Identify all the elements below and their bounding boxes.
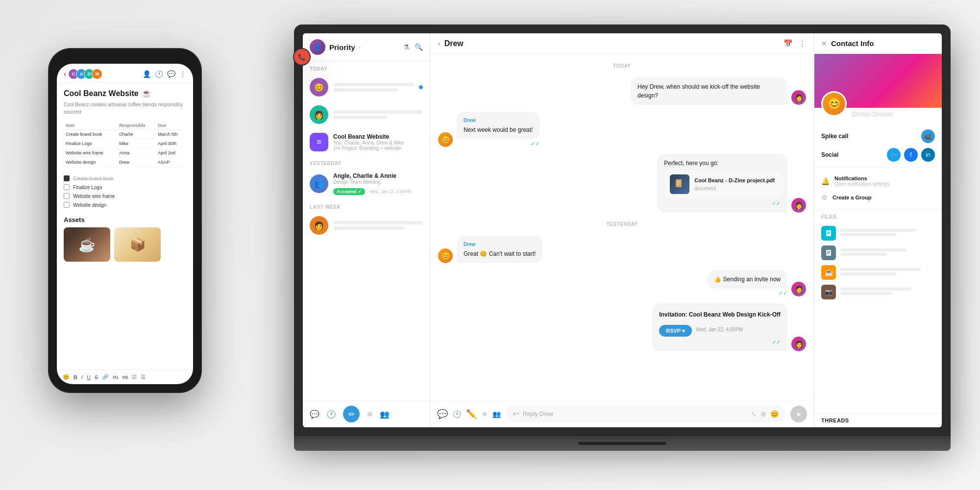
chat-title: Drew	[444, 39, 464, 48]
clock-icon[interactable]: 🕐	[453, 410, 461, 418]
file-bars	[840, 288, 935, 296]
send-button[interactable]: ➤	[790, 406, 807, 422]
rsvp-button[interactable]: RSVP ▾	[659, 325, 692, 337]
conversation-item[interactable]: 🧑	[303, 212, 430, 239]
phone-notch	[105, 57, 145, 60]
snowflake-icon[interactable]: ❄	[367, 410, 373, 419]
checkbox[interactable]	[64, 175, 70, 181]
h2-icon[interactable]: H2	[122, 375, 128, 380]
chat-input-area[interactable]: ↩ Reply Drew ⤡ ⊕ 😊	[506, 405, 785, 422]
event-time: Wed, Jan 22, 4:00PM	[696, 326, 743, 333]
checklist-item[interactable]: Finalize Logo	[64, 183, 186, 192]
file-info: Cool Beanz - D-Zine project.pdf document	[694, 176, 775, 192]
chat-mode-icon[interactable]: 💬	[437, 409, 448, 419]
emoji-icon[interactable]: 😊	[63, 374, 70, 380]
social-label: Social	[821, 151, 838, 158]
checkbox[interactable]	[64, 184, 70, 190]
conv-info: Angle, Charlie & Annie Design Team Meeti…	[333, 172, 423, 195]
link-icon[interactable]: 🔗	[102, 374, 109, 380]
notifications-option[interactable]: 🔔 Notifications Open notification settin…	[821, 172, 935, 190]
more-icon[interactable]: ⋮	[179, 70, 186, 78]
svg-rect-6	[827, 233, 830, 233]
file-attachment[interactable]: Cool Beanz - D-Zine project.pdf document	[664, 171, 781, 198]
col-due: Due	[156, 122, 186, 130]
file-thumb	[670, 174, 689, 194]
svg-rect-9	[827, 251, 830, 252]
checklist-item[interactable]: Website wire frame	[64, 192, 186, 200]
msg-text: Perfect, here you go:	[664, 159, 781, 168]
chat-tab-icon[interactable]: 💬	[310, 410, 319, 419]
expand-icon[interactable]: ⤡	[751, 410, 757, 418]
conversation-item[interactable]: 👩	[303, 101, 430, 128]
strikethrough-icon[interactable]: S	[95, 374, 98, 380]
people-icon[interactable]: 👤	[143, 70, 151, 78]
clock-icon[interactable]: 🕐	[326, 410, 336, 419]
group-avatar: ≡	[310, 133, 328, 151]
chat-input-placeholder[interactable]: Reply Drew	[523, 411, 747, 417]
msg-avatar: 👩	[791, 337, 806, 351]
apps-icon[interactable]: ❄	[482, 410, 488, 418]
chat-header: ‹ Drew 📅 ⋮	[430, 33, 814, 54]
day-label-yesterday: YESTERDAY	[438, 221, 806, 227]
people-icon[interactable]: 👥	[380, 410, 390, 419]
chat-back-button[interactable]: ‹	[438, 40, 441, 48]
message-row: 😊 Drew Next week would be great! ✓✓	[438, 112, 806, 147]
avatar-4: M	[92, 69, 102, 79]
compose-button[interactable]: ✏	[343, 406, 360, 422]
notifications-title: Notifications	[834, 175, 935, 181]
emoji-icon[interactable]: 😊	[770, 410, 779, 418]
conversation-item[interactable]: 😊	[303, 74, 430, 101]
checklist-item[interactable]: Create brand book	[64, 174, 186, 183]
files-title: FILES	[821, 214, 935, 220]
today-label: TODAY	[303, 61, 430, 74]
phone-avatars: C A D M	[71, 69, 102, 79]
checklist-icon[interactable]: ☑	[132, 374, 137, 380]
user-face: 👤	[314, 44, 321, 50]
msg-bubble: Drew Great 😊 Can't wait to start!	[457, 236, 542, 263]
checkbox[interactable]	[64, 202, 70, 208]
read-tick: ✓✓	[457, 141, 539, 147]
filter-icon[interactable]: ⚗	[403, 43, 410, 51]
file-row	[821, 223, 935, 243]
checkbox[interactable]	[64, 193, 70, 199]
file-row	[821, 243, 935, 263]
priority-chevron[interactable]: ›	[359, 45, 361, 50]
event-action-row: RSVP ▾ Wed, Jan 22, 4:00PM	[659, 322, 781, 337]
checklist-item[interactable]: Website design	[64, 200, 186, 209]
conversation-item-design-team[interactable]: 👥 Angle, Charlie & Annie Design Team Mee…	[303, 168, 430, 199]
add-icon[interactable]: ⊕	[760, 410, 766, 418]
edit-icon[interactable]: ✏️	[466, 409, 477, 419]
linkedin-button[interactable]: in	[921, 148, 935, 162]
video-call-button[interactable]: 📹	[921, 129, 935, 143]
conversation-item-coolbeanz[interactable]: ≡ Cool Beanz Website You, Charlie, Anna,…	[303, 128, 430, 156]
conv-preview-lines	[333, 83, 414, 92]
facebook-button[interactable]: f	[904, 148, 918, 162]
create-group-option[interactable]: ⚙ Create a Group	[821, 190, 935, 205]
close-button[interactable]: ✕	[821, 40, 827, 48]
people-icon[interactable]: 👥	[492, 410, 501, 418]
h1-icon[interactable]: H1	[113, 375, 119, 380]
conv-preview-lines	[333, 110, 423, 119]
twitter-button[interactable]: 🐦	[887, 148, 901, 162]
msg-text: Next week would be great!	[464, 125, 533, 134]
contact-email: Drew@CoolBeanz.com	[852, 117, 903, 122]
list-icon[interactable]: ☰	[141, 374, 146, 380]
notifications-subtitle: Open notification settings	[834, 181, 935, 187]
read-tick: ✓✓	[659, 338, 781, 346]
calendar-icon[interactable]: 📅	[784, 39, 793, 48]
msg-avatar: 👩	[791, 90, 806, 105]
italic-icon[interactable]: I	[81, 374, 83, 380]
social-row: Social 🐦 f in	[821, 148, 935, 162]
more-options-icon[interactable]: ⋮	[799, 39, 806, 48]
history-icon[interactable]: 🕐	[155, 70, 163, 78]
option-text: Notifications Open notification settings	[834, 175, 935, 187]
underline-icon[interactable]: U	[87, 374, 91, 380]
table-row: Create brand book Charlie March 5th	[64, 130, 186, 139]
chat-icon[interactable]: 💬	[167, 70, 175, 78]
msg-text: Great 😊 Can't wait to start!	[464, 249, 536, 258]
phone-back-button[interactable]: ‹	[64, 70, 66, 78]
bold-icon[interactable]: B	[74, 374, 77, 380]
search-icon[interactable]: 🔍	[415, 43, 423, 51]
conv-subname: Design Team Meeting	[333, 179, 423, 185]
spike-call-label: Spike call	[821, 133, 848, 140]
